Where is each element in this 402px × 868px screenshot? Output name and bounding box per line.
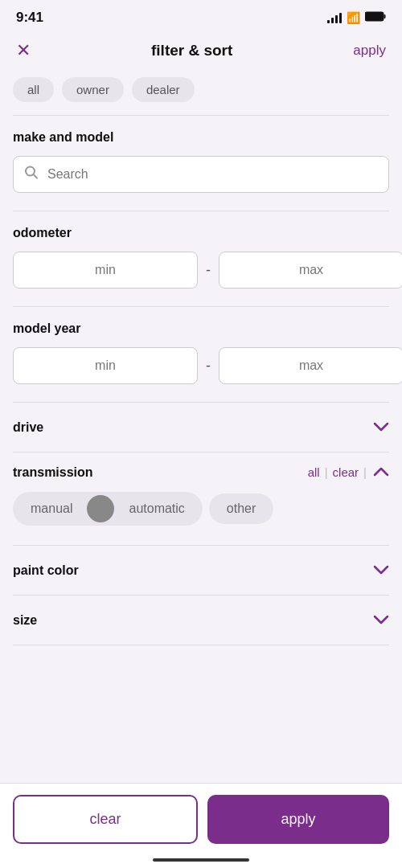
transmission-header: transmission all | clear | [13,464,389,481]
model-year-title: model year [13,321,389,336]
close-button[interactable]: ✕ [16,40,31,61]
transmission-chevron-icon[interactable] [373,464,389,481]
model-year-dash: - [206,358,211,375]
transmission-sep2: | [363,465,367,479]
transmission-title: transmission [13,465,93,480]
transmission-toggle-wrap[interactable]: manual automatic [13,492,203,526]
seller-chips-row: all owner dealer [0,72,402,115]
transmission-all-button[interactable]: all [308,465,320,479]
model-year-min-input[interactable] [13,347,198,384]
paint-color-section[interactable]: paint color [0,546,402,595]
odometer-min-input[interactable] [13,252,198,289]
transmission-option-other[interactable]: other [209,493,273,524]
chip-all[interactable]: all [13,77,54,102]
transmission-sep1: | [325,465,328,479]
odometer-section: odometer - [0,211,402,306]
svg-line-3 [34,174,38,178]
clear-button[interactable]: clear [13,795,198,844]
odometer-title: odometer [13,226,389,240]
transmission-section: transmission all | clear | manual automa… [0,452,402,545]
header: ✕ filter & sort apply [0,32,402,72]
bottom-bar: clear apply [0,783,402,868]
size-title: size [13,613,37,628]
transmission-option-manual[interactable]: manual [16,495,87,522]
status-time: 9:41 [16,10,43,26]
divider-size [13,645,389,645]
apply-button[interactable]: apply [207,795,389,844]
page-title: filter & sort [151,42,232,59]
paint-color-chevron-icon [373,562,389,579]
make-model-section: make and model [0,116,402,211]
transmission-option-automatic[interactable]: automatic [114,495,199,522]
make-model-search-container [13,156,389,193]
status-bar: 9:41 📶 [0,0,402,32]
search-icon [24,166,39,184]
size-chevron-icon [373,612,389,628]
chip-dealer[interactable]: dealer [132,77,195,102]
svg-rect-1 [384,14,386,18]
svg-rect-0 [365,12,384,21]
make-model-title: make and model [13,130,389,145]
transmission-knob [87,495,114,522]
odometer-range-row: - [13,252,389,289]
status-icons: 📶 [327,11,386,24]
drive-chevron-icon [373,419,389,436]
drive-section[interactable]: drive [0,403,402,452]
drive-title: drive [13,420,43,435]
home-indicator [153,858,249,862]
transmission-options-row: manual automatic other [13,492,389,537]
signal-icon [327,12,342,23]
odometer-dash: - [206,262,211,279]
model-year-range-row: - [13,347,389,384]
transmission-controls: all | clear | [308,464,389,481]
odometer-max-input[interactable] [219,252,402,289]
wifi-icon: 📶 [347,11,360,24]
transmission-clear-button[interactable]: clear [333,465,359,479]
model-year-section: model year - [0,307,402,402]
model-year-max-input[interactable] [219,347,402,384]
battery-icon [365,11,386,24]
chip-owner[interactable]: owner [62,77,124,102]
header-apply-button[interactable]: apply [353,43,386,59]
paint-color-title: paint color [13,563,79,578]
make-model-input[interactable] [13,156,389,193]
size-section[interactable]: size [0,596,402,645]
